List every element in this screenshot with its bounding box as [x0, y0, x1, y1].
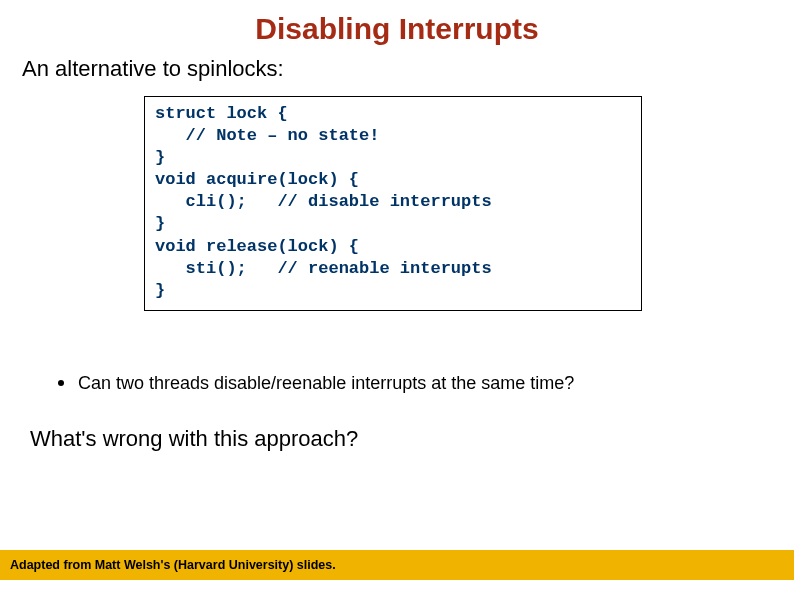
- question-text: What's wrong with this approach?: [30, 426, 794, 452]
- code-box: struct lock { // Note – no state! } void…: [144, 96, 642, 311]
- subtitle: An alternative to spinlocks:: [22, 56, 794, 82]
- code-snippet: struct lock { // Note – no state! } void…: [155, 103, 631, 302]
- bullet-text: Can two threads disable/reenable interru…: [78, 373, 574, 394]
- footer-text: Adapted from Matt Welsh's (Harvard Unive…: [10, 558, 336, 572]
- bullet-icon: [58, 380, 64, 386]
- footer-bar: Adapted from Matt Welsh's (Harvard Unive…: [0, 550, 794, 580]
- bullet-item: Can two threads disable/reenable interru…: [58, 373, 794, 394]
- slide: Disabling Interrupts An alternative to s…: [0, 0, 794, 595]
- page-title: Disabling Interrupts: [0, 0, 794, 46]
